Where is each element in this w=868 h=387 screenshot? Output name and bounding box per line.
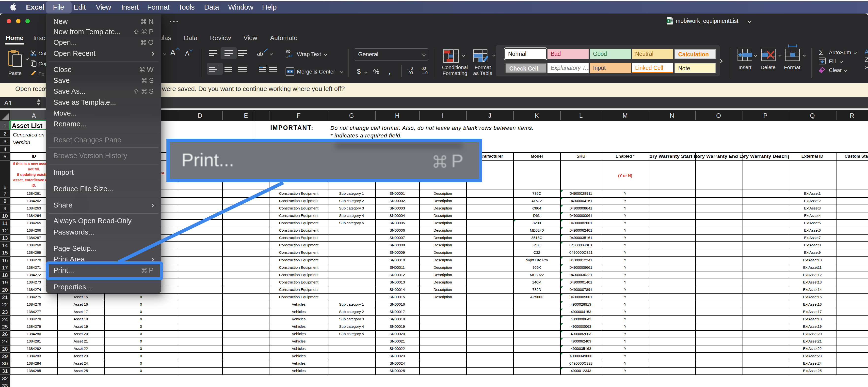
svg-text:c: c bbox=[285, 55, 287, 59]
svg-text:ab: ab bbox=[286, 49, 290, 54]
svg-text:X: X bbox=[668, 20, 670, 23]
